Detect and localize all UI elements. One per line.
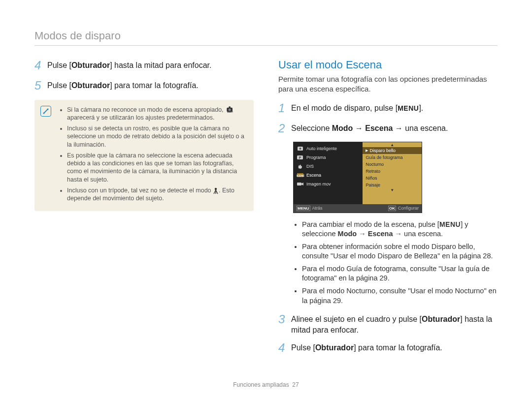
text: → [393,124,405,132]
svg-point-9 [299,148,301,150]
step-number: 1 [278,101,291,116]
footer-set: OKConfigurar [388,206,419,211]
tip-item: Incluso si se detecta un rostro, es posi… [67,124,247,149]
sub-bullet-list: Para cambiar el modo de la escena, pulse… [278,220,498,306]
step-text: En el modo de disparo, pulse [MENU]. [291,101,423,114]
mode-label: Modo [332,124,353,132]
svg-point-4 [215,187,217,189]
mode-label: Programa [306,155,326,160]
step-text: Pulse [Obturador] para tomar la fotograf… [291,341,442,353]
shutter-label: Obturador [422,315,460,323]
text: Si la cámara no reconoce un modo de esce… [67,106,225,113]
svg-text:SMART: SMART [227,112,233,114]
scene-option: Paisaje [363,182,422,188]
scene-label: Escena [365,124,393,132]
step-1-right: 1 En el modo de disparo, pulse [MENU]. [278,101,498,116]
scene-option: Retrato [363,168,422,175]
left-column: 4 Pulse [Obturador] hasta la mitad para … [34,59,254,361]
menu-key-icon: MENU [297,206,310,211]
text: ] hasta la mitad para enfocar. [110,61,211,69]
text: Para cambiar el modo de la escena, pulse… [302,220,439,228]
step-number: 2 [278,122,291,136]
step-3-right: 3 Alinee el sujeto en el cuadro y pulse … [278,312,498,335]
svg-text:SCENE: SCENE [297,174,304,177]
step-4-left: 4 Pulse [Obturador] hasta la mitad para … [34,59,254,73]
mode-label: DIS [306,164,314,169]
page: Modos de disparo 4 Pulse [Obturador] has… [0,0,532,401]
step-text: Seleccione Modo → Escena → una escena. [291,122,448,134]
mode-dis: DIS [294,162,363,171]
text: Pulse [ [47,61,71,69]
footer-label: Configurar [398,206,419,211]
text: Alinee el sujeto en el cuadro y pulse [ [291,315,422,323]
text: Seleccione [291,124,332,132]
step-number: 3 [278,312,291,327]
ok-key-icon: OK [388,206,396,211]
step-text: Pulse [Obturador] para tomar la fotograf… [47,79,199,91]
mode-program: P Programa [294,153,363,162]
shutter-label: Obturador [71,61,110,69]
camera-p-icon: P [297,154,304,160]
camera-menu-modes: Auto inteligente P Programa DIS SCENE [294,142,363,204]
text: Incluso con un trípode, tal vez no se de… [67,187,213,194]
step-5-left: 5 Pulse [Obturador] para tomar la fotogr… [34,79,254,93]
text: ]. [419,104,423,112]
scroll-down-icon: ▼ [363,188,422,192]
tip-item: Si la cámara no reconoce un modo de esce… [67,106,247,122]
sub-bullet: Para cambiar el modo de la escena, pulse… [302,220,498,239]
mode-scene: SCENE Escena [294,171,363,180]
right-column: Usar el modo Escena Permite tomar una fo… [278,59,498,361]
page-number: 27 [292,381,299,388]
footer-section: Funciones ampliadas [233,381,289,388]
scene-icon: SCENE [297,172,304,178]
camera-menu-scenes: ▲ Disparo bello Guía de fotograma Noctur… [363,142,422,204]
tip-box: Si la cámara no reconoce un modo de esce… [34,100,254,212]
step-4-right: 4 Pulse [Obturador] para tomar la fotogr… [278,341,498,355]
sub-bullet: Para obtener información sobre el modo D… [302,242,498,261]
shutter-label: Obturador [71,81,110,90]
note-icon [40,106,51,117]
tripod-icon [213,187,219,194]
svg-rect-1 [229,107,231,108]
step-text: Pulse [Obturador] hasta la mitad para en… [47,59,211,71]
smart-icon [297,146,304,152]
step-number: 4 [278,341,291,355]
section-description: Permite tomar una fotografía con las opc… [278,74,498,93]
tip-item: Incluso con un trípode, tal vez no se de… [67,186,247,203]
columns: 4 Pulse [Obturador] hasta la mitad para … [34,59,498,361]
text: → [353,124,365,132]
step-number: 4 [34,59,47,73]
svg-text:P: P [299,156,301,159]
svg-point-2 [229,109,231,111]
mode-video: Imagen mov [294,180,363,188]
scene-option: Niños [363,175,422,182]
text: Pulse [ [47,81,71,90]
hand-icon [297,163,304,169]
text: una escena. [405,124,448,132]
mode-label: Escena [306,173,321,178]
mode-label: Imagen mov [306,182,331,186]
sub-bullet: Para el modo Nocturno, consulte "Usar el… [302,286,498,306]
mode-label: Auto inteligente [306,146,337,151]
page-footer: Funciones ampliadas 27 [0,381,532,388]
section-title: Usar el modo Escena [278,59,498,71]
tip-list: Si la cámara no reconoce un modo de esce… [59,106,247,203]
camera-menu-footer: MENUAtrás OKConfigurar [294,204,422,213]
camera-menu-illustration: Auto inteligente P Programa DIS SCENE [293,142,422,213]
text: En el modo de disparo, pulse [ [291,104,398,112]
mode-auto-intelligent: Auto inteligente [294,144,363,153]
text: una escena. [402,230,443,238]
smart-camera-icon: SMART [225,106,235,113]
scene-label: Disparo bello [369,148,396,153]
text: aparecerá y se utilizarán los ajustes pr… [67,114,214,121]
scene-option: Guía de fotograma [363,154,422,161]
scroll-up-icon: ▲ [363,143,422,147]
step-number: 5 [34,79,47,93]
path-label: Modo → Escena → [338,230,402,238]
svg-rect-14 [297,183,301,185]
footer-label: Atrás [312,206,323,211]
page-header: Modos de disparo [34,30,498,46]
footer-back: MENUAtrás [297,206,388,211]
scene-option: Nocturno [363,161,422,168]
text: ] para tomar la fotografía. [110,81,199,90]
